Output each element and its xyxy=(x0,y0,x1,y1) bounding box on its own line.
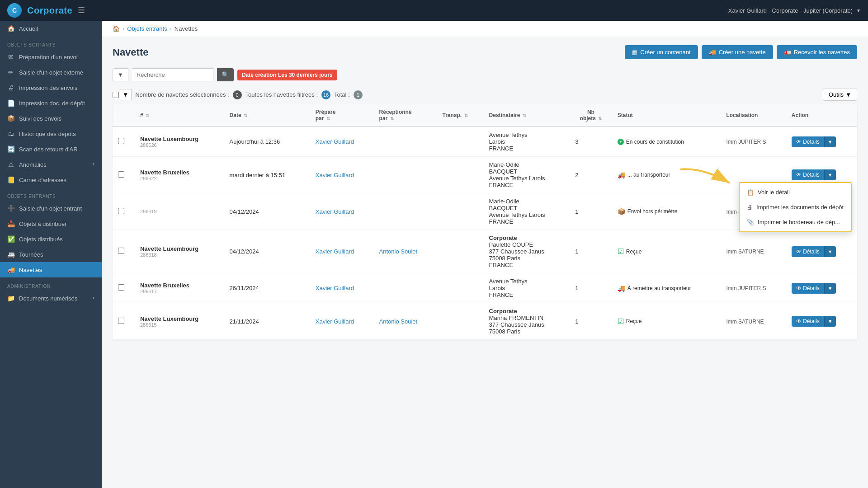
table-container: # ⇅ Date ⇅ Préparépar ⇅ Réceptionnépar ⇅… xyxy=(102,104,868,351)
home-breadcrumb-icon[interactable]: 🏠 xyxy=(113,25,120,32)
sidebar-item-saisie-externe[interactable]: ✏ Saisie d'un objet externe xyxy=(0,65,102,80)
table-row: Navette Bruxelles 286622 mardi dernier à… xyxy=(113,157,857,193)
navette-name: Navette Luxembourg xyxy=(140,136,219,142)
row-checkbox[interactable] xyxy=(118,248,124,254)
sidebar-item-impression-envois[interactable]: 🖨 Impression des envois xyxy=(0,80,102,95)
package-icon: 📦 xyxy=(7,115,14,122)
row-receptionne-cell xyxy=(374,193,437,230)
sidebar-item-suivi[interactable]: 📦 Suivi des envois xyxy=(0,111,102,126)
recevoir-navettes-button[interactable]: 🚛 Recevoir les navettes xyxy=(777,45,857,59)
history-icon: 🗂 xyxy=(7,130,14,137)
detail-button[interactable]: 👁 Détails xyxy=(792,283,824,294)
row-checkbox-cell xyxy=(113,230,135,273)
row-action-cell: 👁 Détails ▼ xyxy=(786,230,857,273)
sidebar-item-accueil[interactable]: 🏠 Accueil xyxy=(0,21,102,36)
row-action-cell: 👁 Détails ▼ 📋Voir le détail🖨Imprimer les… xyxy=(786,157,857,193)
breadcrumb-objets-entrants[interactable]: Objets entrants xyxy=(127,25,167,32)
navette-id: 286626 xyxy=(140,142,219,148)
prepare-link[interactable]: Xavier Guillard xyxy=(316,318,354,325)
creer-contenant-button[interactable]: ▦ Créer un contenant xyxy=(625,45,698,59)
sidebar-item-tournees[interactable]: 🚐 Tournées xyxy=(0,247,102,262)
row-checkbox[interactable] xyxy=(118,138,124,144)
main-content: 🏠 › Objets entrants › Navettes Navette ▦… xyxy=(102,21,868,488)
row-receptionne-cell: Antonio Soulet xyxy=(374,230,437,273)
row-checkbox[interactable] xyxy=(118,284,124,291)
prepare-link[interactable]: Xavier Guillard xyxy=(316,172,354,178)
row-nb-cell: 3 xyxy=(570,127,612,157)
selection-bar: ▼ Nombre de navettes sélectionnées : 0 T… xyxy=(102,85,868,104)
sidebar-item-documents[interactable]: 📁 Documents numérisés xyxy=(0,291,102,306)
detail-dropdown-button[interactable]: ▼ xyxy=(824,136,836,147)
van-icon: 🚐 xyxy=(7,251,14,258)
row-receptionne-cell xyxy=(374,157,437,193)
sidebar-item-historique[interactable]: 🗂 Historique des dépôts xyxy=(0,126,102,141)
detail-button[interactable]: 👁 Détails xyxy=(792,246,824,257)
navette-id: 286622 xyxy=(140,176,219,181)
sidebar-item-objets-distribuer[interactable]: 📥 Objets à distribuer xyxy=(0,216,102,231)
sidebar-item-carnet[interactable]: 📒 Carnet d'adresses xyxy=(0,172,102,188)
total-count-badge: 1 xyxy=(354,90,363,99)
receptionne-link[interactable]: Antonio Soulet xyxy=(379,318,418,325)
navette-name: Navette Bruxelles xyxy=(140,169,219,176)
select-dropdown-button[interactable]: ▼ xyxy=(120,89,132,100)
row-date-cell: 21/11/2024 xyxy=(224,303,310,340)
detail-button[interactable]: 👁 Détails xyxy=(792,316,824,327)
row-action-cell: 👁 Détails ▼ xyxy=(786,303,857,340)
receptionne-link[interactable]: Antonio Soulet xyxy=(379,248,418,255)
dropdown-item[interactable]: 📋Voir le détail xyxy=(740,185,851,200)
col-nb: Nbobjets ⇅ xyxy=(570,104,612,127)
user-info[interactable]: Xavier Guillard - Corporate - Jupiter (C… xyxy=(728,7,861,14)
detail-button[interactable]: 👁 Détails xyxy=(792,169,824,180)
dropdown-item[interactable]: 📎Imprimer le bordereau de dép... xyxy=(740,215,851,230)
col-date: Date ⇅ xyxy=(224,104,310,127)
row-prepare-cell: Xavier Guillard xyxy=(310,273,374,303)
row-checkbox[interactable] xyxy=(118,171,124,178)
col-receptionne: Réceptionnépar ⇅ xyxy=(374,104,437,127)
row-dest-cell: CorporatePaulette COUPE377 Chaussee Janu… xyxy=(484,230,570,273)
row-nb-cell: 1 xyxy=(570,273,612,303)
detail-dropdown-button[interactable]: ▼ xyxy=(824,283,836,294)
sidebar-item-anomalies[interactable]: ⚠ Anomalies xyxy=(0,157,102,172)
prepare-link[interactable]: Xavier Guillard xyxy=(316,208,354,215)
dropdown-item[interactable]: 🖨Imprimer les documents de dépôt xyxy=(740,200,851,215)
app-name: Corporate xyxy=(27,5,72,16)
chevron-tools-icon: ▼ xyxy=(845,91,851,98)
table-icon: ▦ xyxy=(632,49,637,56)
row-checkbox-cell xyxy=(113,273,135,303)
row-id-cell: Navette Luxembourg 286615 xyxy=(135,303,224,340)
sidebar-item-saisie-entrant[interactable]: ➕ Saisie d'un objet entrant xyxy=(0,201,102,216)
mail-icon: ✉ xyxy=(7,53,14,61)
detail-dropdown-button[interactable]: ▼ xyxy=(824,316,836,327)
prepare-link[interactable]: Xavier Guillard xyxy=(316,138,354,145)
warning-icon: ⚠ xyxy=(7,161,14,168)
select-all-checkbox[interactable] xyxy=(113,92,119,98)
creer-navette-button[interactable]: 🚚 Créer une navette xyxy=(702,45,773,59)
tools-button[interactable]: Outils ▼ xyxy=(823,89,857,101)
detail-dropdown-button[interactable]: ▼ xyxy=(824,169,836,180)
detail-dropdown-button[interactable]: ▼ xyxy=(824,246,836,257)
row-dest-cell: Avenue TethysLaroisFRANCE xyxy=(484,273,570,303)
sidebar-item-impression-depot[interactable]: 📄 Impression doc. de dépôt xyxy=(0,95,102,111)
row-transp-cell xyxy=(437,157,483,193)
prepare-link[interactable]: Xavier Guillard xyxy=(316,248,354,255)
detail-button[interactable]: 👁 Détails xyxy=(792,136,824,147)
col-transp: Transp. ⇅ xyxy=(437,104,483,127)
search-input[interactable] xyxy=(132,68,213,81)
row-checkbox-cell xyxy=(113,193,135,230)
row-id-cell: Navette Luxembourg 286626 xyxy=(135,127,224,157)
search-button[interactable]: 🔍 xyxy=(217,68,234,81)
row-date-cell: 26/11/2024 xyxy=(224,273,310,303)
sidebar: 🏠 Accueil OBJETS SORTANTS ✉ Préparation … xyxy=(0,21,102,488)
row-localisation-cell: Imm JUPITER S xyxy=(721,273,786,303)
sidebar-item-objets-distribues[interactable]: ✅ Objets distribués xyxy=(0,231,102,247)
sidebar-item-scan[interactable]: 🔄 Scan des retours d'AR xyxy=(0,141,102,157)
row-statut-cell: 🚚À remettre au transporteur xyxy=(612,273,721,303)
sidebar-item-preparation[interactable]: ✉ Préparation d'un envoi xyxy=(0,49,102,65)
filter-toggle-button[interactable]: ▼ xyxy=(113,68,128,81)
sidebar-item-navettes[interactable]: 🚚 Navettes xyxy=(0,262,102,277)
prepare-link[interactable]: Xavier Guillard xyxy=(316,285,354,291)
menu-icon[interactable]: ☰ xyxy=(78,5,85,15)
row-checkbox[interactable] xyxy=(118,208,124,214)
row-checkbox[interactable] xyxy=(118,318,124,324)
navette-id: 286618 xyxy=(140,252,219,258)
